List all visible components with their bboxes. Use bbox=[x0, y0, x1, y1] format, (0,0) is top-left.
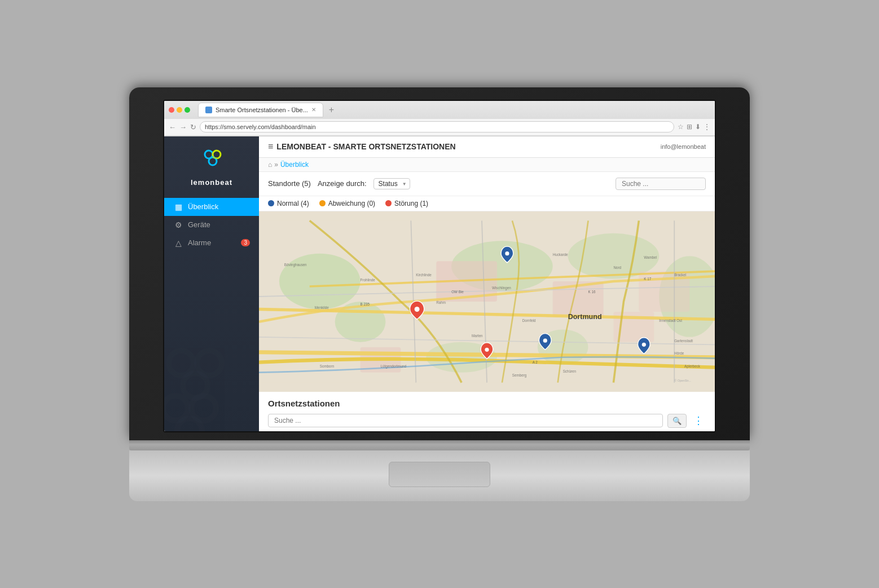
url-text: https://smo.servely.com/dashboard/main bbox=[205, 123, 316, 130]
svg-text:Innenstadt Ost: Innenstadt Ost bbox=[659, 318, 682, 322]
legend-normal: Normal (4) bbox=[268, 200, 309, 207]
address-bar[interactable]: https://smo.servely.com/dashboard/main bbox=[200, 121, 674, 132]
laptop-screen: Smarte Ortsnetzstationen - Übe... ✕ + ← … bbox=[163, 100, 716, 432]
legend-abweichung: Abweichung (0) bbox=[319, 200, 375, 207]
settings-icon[interactable]: ⋮ bbox=[704, 123, 710, 131]
svg-text:Huckarde: Huckarde bbox=[553, 253, 568, 257]
app-header: ≡ LEMONBEAT - SMARTE ORTSNETZSTATIONEN i… bbox=[259, 136, 715, 158]
window-controls bbox=[169, 107, 190, 113]
breadcrumb-separator: » bbox=[274, 161, 278, 169]
back-button[interactable]: ← bbox=[169, 123, 176, 131]
table-more-button[interactable]: ⋮ bbox=[691, 414, 706, 427]
abweichung-label: Abweichung (0) bbox=[328, 200, 375, 207]
header-title-area: ≡ LEMONBEAT - SMARTE ORTSNETZSTATIONEN bbox=[268, 142, 456, 152]
svg-text:K 17: K 17 bbox=[644, 277, 651, 281]
svg-text:© OpenStr...: © OpenStr... bbox=[674, 378, 691, 382]
maximize-button[interactable] bbox=[184, 107, 190, 113]
standorte-label: Standorte (5) bbox=[268, 179, 311, 188]
svg-text:Nord: Nord bbox=[613, 265, 621, 269]
svg-text:Hörde: Hörde bbox=[674, 351, 684, 355]
svg-text:Dortmund: Dortmund bbox=[568, 313, 602, 321]
svg-point-12 bbox=[279, 253, 361, 309]
tab-title: Smarte Ortsnetzstationen - Übe... bbox=[216, 107, 308, 113]
status-dropdown[interactable]: Status bbox=[373, 178, 410, 189]
bookmark-icon[interactable]: ☆ bbox=[678, 123, 684, 131]
minimize-button[interactable] bbox=[177, 107, 182, 113]
hamburger-icon[interactable]: ≡ bbox=[268, 142, 273, 152]
map-container[interactable]: B 235 A 2 K 17 OW Bie K 16 Dortmund bbox=[259, 211, 715, 392]
table-search-button[interactable]: 🔍 bbox=[667, 414, 687, 428]
svg-text:Semberg: Semberg bbox=[512, 373, 527, 377]
tab-favicon bbox=[205, 107, 212, 113]
laptop-hinge bbox=[129, 440, 750, 450]
browser-tab[interactable]: Smarte Ortsnetzstationen - Übe... ✕ bbox=[198, 103, 323, 117]
sidebar-logo: lemonbeat bbox=[191, 145, 232, 187]
tab-close-button[interactable]: ✕ bbox=[311, 107, 316, 113]
close-button[interactable] bbox=[169, 107, 174, 113]
stoerung-label: Störung (1) bbox=[394, 200, 428, 207]
svg-text:Kirchlinde: Kirchlinde bbox=[416, 273, 432, 277]
svg-text:Bövinghausen: Bövinghausen bbox=[284, 263, 307, 267]
svg-point-57 bbox=[642, 342, 646, 346]
svg-text:Wambel: Wambel bbox=[644, 255, 657, 259]
refresh-button[interactable]: ↻ bbox=[190, 123, 196, 131]
screen-bezel: Smarte Ortsnetzstationen - Übe... ✕ + ← … bbox=[129, 87, 750, 440]
alarm-badge: 3 bbox=[241, 239, 250, 246]
table-toolbar: 🔍 ⋮ bbox=[268, 414, 706, 428]
map-svg: B 235 A 2 K 17 OW Bie K 16 Dortmund bbox=[259, 211, 715, 392]
filter-bar: Standorte (5) Anzeige durch: Status bbox=[259, 172, 715, 196]
svg-line-4 bbox=[213, 157, 217, 158]
app-container: lemonbeat ▦ Überblick ⚙ Geräte △ bbox=[164, 136, 715, 432]
anzeige-label: Anzeige durch: bbox=[318, 179, 367, 188]
content-area: Standorte (5) Anzeige durch: Status bbox=[259, 172, 715, 432]
main-content: ≡ LEMONBEAT - SMARTE ORTSNETZSTATIONEN i… bbox=[259, 136, 715, 432]
stoerung-dot bbox=[385, 200, 392, 206]
svg-text:Schüren: Schüren bbox=[563, 369, 577, 373]
sidebar-item-alarme[interactable]: △ Alarme 3 bbox=[164, 234, 259, 252]
svg-point-58 bbox=[485, 347, 489, 351]
svg-point-10 bbox=[177, 418, 202, 432]
logo-text: lemonbeat bbox=[191, 178, 232, 187]
laptop: Smarte Ortsnetzstationen - Übe... ✕ + ← … bbox=[129, 87, 750, 501]
alarm-icon: △ bbox=[173, 238, 183, 247]
svg-text:Lütgendortmund: Lütgendortmund bbox=[380, 364, 406, 368]
sidebar-nav: ▦ Überblick ⚙ Geräte △ Alarme 3 bbox=[164, 198, 259, 252]
header-email: info@lemonbeat bbox=[661, 143, 706, 150]
grid-icon: ▦ bbox=[173, 202, 183, 211]
app-title: LEMONBEAT - SMARTE ORTSNETZSTATIONEN bbox=[276, 142, 455, 151]
svg-point-56 bbox=[543, 338, 547, 342]
browser-chrome: Smarte Ortsnetzstationen - Übe... ✕ + ← … bbox=[164, 101, 715, 136]
svg-text:B 235: B 235 bbox=[361, 302, 370, 306]
svg-text:Frohlinde: Frohlinde bbox=[361, 278, 376, 282]
breadcrumb: ⌂ » Überblick bbox=[259, 158, 715, 172]
table-section: Ortsnetzstationen 🔍 ⋮ ↑ STADT bbox=[259, 392, 715, 432]
svg-text:Wischlingen: Wischlingen bbox=[492, 285, 511, 290]
table-title: Ortsnetzstationen bbox=[268, 399, 706, 408]
svg-point-54 bbox=[505, 251, 509, 255]
abweichung-dot bbox=[319, 200, 326, 206]
search-input[interactable] bbox=[616, 178, 706, 190]
download-icon[interactable]: ⬇ bbox=[695, 123, 701, 131]
legend-row: Normal (4) Abweichung (0) Störung (1) bbox=[259, 196, 715, 211]
svg-text:A 2: A 2 bbox=[533, 360, 538, 364]
home-icon[interactable]: ⌂ bbox=[268, 161, 272, 169]
svg-text:Menkilde: Menkilde bbox=[315, 306, 329, 310]
new-tab-button[interactable]: + bbox=[329, 105, 334, 115]
legend-stoerung: Störung (1) bbox=[385, 200, 428, 207]
sidebar-item-label: Überblick bbox=[188, 202, 218, 211]
svg-text:OW Bie: OW Bie bbox=[451, 289, 464, 293]
sidebar-item-ueberblick[interactable]: ▦ Überblick bbox=[164, 198, 259, 216]
svg-text:Brackel: Brackel bbox=[674, 273, 686, 277]
browser-toolbar: ← → ↻ https://smo.servely.com/dashboard/… bbox=[164, 119, 715, 136]
forward-button[interactable]: → bbox=[179, 123, 187, 131]
table-search-input[interactable] bbox=[268, 414, 663, 427]
normal-label: Normal (4) bbox=[277, 200, 309, 207]
svg-text:Somborn: Somborn bbox=[320, 364, 335, 368]
svg-text:Dornfeld: Dornfeld bbox=[522, 318, 536, 322]
filter-dropdown-wrap[interactable]: Status bbox=[373, 178, 410, 189]
sidebar-item-geraete[interactable]: ⚙ Geräte bbox=[164, 216, 259, 234]
touchpad[interactable] bbox=[389, 462, 490, 487]
extensions-icon[interactable]: ⊞ bbox=[687, 123, 692, 131]
breadcrumb-current[interactable]: Überblick bbox=[280, 161, 309, 169]
svg-text:Gartenstadt: Gartenstadt bbox=[674, 338, 693, 342]
